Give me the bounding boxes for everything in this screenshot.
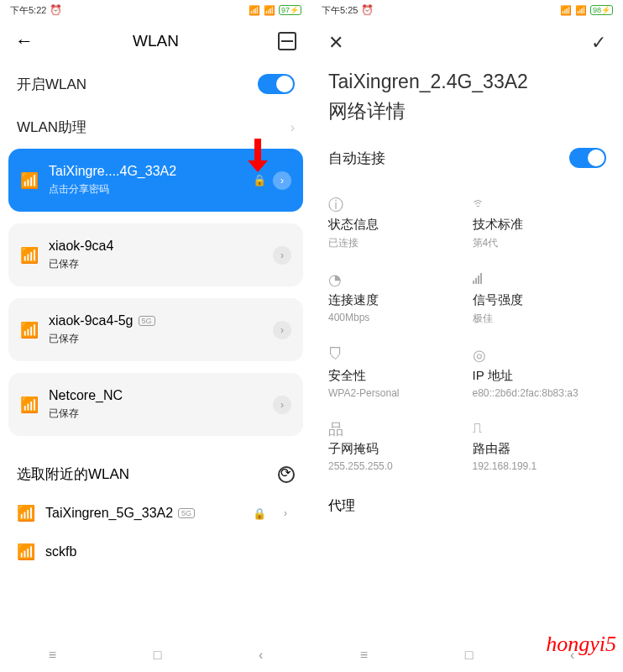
info-security: ⛉ 安全性 WPA2-Personal: [328, 346, 463, 399]
scan-qr-icon[interactable]: [278, 32, 296, 50]
network-details-screen: 下午5:25 ⏰ 📶 📶 98⚡ ✕ ✓ TaiXingren_2.4G_33A…: [312, 0, 623, 672]
wifi-name: xiaok-9ca4: [49, 239, 263, 254]
wifi-name: sckfb: [45, 544, 76, 559]
wifi-network-item[interactable]: 📶 xiaok-9ca4-5g 5G 已保存 ›: [8, 298, 303, 361]
battery-indicator: 97⚡: [279, 5, 301, 15]
wifi-network-item[interactable]: 📶 Netcore_NC 已保存 ›: [8, 373, 303, 436]
nearby-section-header: 选取附近的WLAN: [0, 448, 312, 494]
info-signal: 信号强度 极佳: [473, 270, 607, 326]
wifi-icon: 📶: [575, 5, 587, 16]
detail-header: ✕ ✓: [312, 20, 623, 66]
5g-badge: 5G: [178, 508, 195, 518]
wlan-assistant-label: WLAN助理: [17, 118, 86, 137]
wifi-subtitle: 已保存: [49, 407, 263, 421]
wifi-signal-icon: 📶: [20, 396, 39, 414]
wifi-name: xiaok-9ca4-5g 5G: [49, 313, 263, 328]
shield-icon: ⛉: [328, 346, 463, 365]
auto-connect-toggle[interactable]: [569, 148, 606, 168]
auto-connect-label: 自动连接: [328, 149, 385, 168]
info-icon: ⓘ: [328, 195, 463, 213]
status-time: 下午5:25: [322, 4, 358, 17]
wifi-signal-icon: 📶: [20, 321, 39, 339]
wlan-toggle[interactable]: [258, 74, 295, 94]
detail-arrow-icon[interactable]: ›: [276, 504, 295, 522]
alarm-icon: ⏰: [361, 4, 374, 16]
info-ip: ◎ IP 地址 e80::2b6d:2fac:8b83:a3: [473, 346, 607, 399]
status-bar: 下午5:22 ⏰ 📶 📶 97⚡: [0, 0, 312, 20]
status-time: 下午5:22: [10, 4, 46, 17]
wifi-signal-icon: 📶: [20, 246, 39, 265]
status-bar: 下午5:25 ⏰ 📶 📶 98⚡: [312, 0, 623, 20]
wifi-name: TaiXingre....4G_33A2: [49, 164, 243, 179]
wifi-subtitle: 已保存: [49, 332, 263, 346]
watermark-text: hongyi5: [546, 632, 616, 657]
saved-networks-list: 📶 TaiXingre....4G_33A2 点击分享密码 🔒 › 📶 xiao…: [0, 149, 312, 436]
annotation-arrow-down: [248, 139, 268, 172]
chevron-right-icon: ›: [291, 120, 295, 135]
page-title: WLAN: [34, 32, 278, 50]
detail-arrow-icon[interactable]: ›: [273, 171, 291, 190]
wifi-icon: ᯤ: [473, 195, 607, 213]
detail-subtitle: 网络详情: [312, 95, 623, 136]
subnet-icon: 品: [328, 419, 463, 438]
nav-menu-icon[interactable]: ≡: [360, 648, 368, 663]
wlan-enable-row: 开启WLAN: [0, 62, 312, 106]
signal-bars-icon: [473, 270, 607, 289]
nav-menu-icon[interactable]: ≡: [49, 648, 56, 663]
nav-back-icon[interactable]: ‹: [259, 648, 263, 663]
speed-icon: ◔: [328, 270, 463, 289]
signal-icon: 📶: [249, 5, 260, 16]
lock-icon: 🔒: [253, 174, 266, 186]
auto-connect-row: 自动连接: [312, 136, 623, 180]
detail-arrow-icon[interactable]: ›: [273, 396, 291, 414]
nav-home-icon[interactable]: □: [154, 648, 162, 663]
network-name-title: TaiXingren_2.4G_33A2: [312, 66, 623, 95]
detail-arrow-icon[interactable]: ›: [273, 246, 291, 265]
battery-indicator: 98⚡: [590, 5, 613, 15]
info-tech: ᯤ 技术标准 第4代: [473, 195, 607, 250]
nav-home-icon[interactable]: □: [465, 648, 474, 663]
info-speed: ◔ 连接速度 400Mbps: [328, 270, 463, 326]
wifi-network-item[interactable]: 📶 xiaok-9ca4 已保存 ›: [8, 223, 303, 286]
proxy-row[interactable]: 代理: [312, 487, 623, 525]
wifi-subtitle: 已保存: [49, 257, 263, 271]
signal-icon: 📶: [560, 5, 572, 16]
5g-badge: 5G: [139, 316, 155, 326]
wlan-enable-label: 开启WLAN: [17, 75, 86, 94]
back-arrow-icon[interactable]: ←: [15, 30, 34, 52]
info-status: ⓘ 状态信息 已连接: [328, 195, 463, 250]
router-icon: ⎍: [473, 419, 607, 438]
wifi-icon: 📶: [264, 5, 275, 16]
close-icon[interactable]: ✕: [328, 32, 343, 54]
detail-arrow-icon[interactable]: ›: [273, 321, 291, 339]
info-subnet: 品 子网掩码 255.255.255.0: [328, 419, 463, 472]
confirm-check-icon[interactable]: ✓: [591, 32, 606, 54]
wifi-signal-icon: 📶: [20, 171, 39, 190]
nearby-title: 选取附近的WLAN: [17, 465, 129, 484]
header: ← WLAN: [0, 20, 312, 62]
ip-icon: ◎: [473, 346, 607, 365]
refresh-icon[interactable]: [278, 466, 295, 483]
network-info-grid: ⓘ 状态信息 已连接 ᯤ 技术标准 第4代 ◔ 连接速度 400Mbps 信号强…: [312, 180, 623, 487]
nearby-wifi-item[interactable]: 📶 sckfb: [0, 533, 312, 571]
wlan-settings-screen: 下午5:22 ⏰ 📶 📶 97⚡ ← WLAN 开启WLAN WLAN助理 › …: [0, 0, 312, 672]
alarm-icon: ⏰: [50, 4, 62, 16]
nearby-wifi-item[interactable]: 📶 TaiXingren_5G_33A2 5G 🔒 ›: [0, 494, 312, 533]
wifi-name: Netcore_NC: [49, 388, 263, 403]
wifi-name: TaiXingren_5G_33A2 5G: [45, 506, 243, 521]
wifi-signal-icon: 📶: [17, 543, 35, 561]
info-router: ⎍ 路由器 192.168.199.1: [473, 419, 607, 472]
lock-icon: 🔒: [253, 507, 266, 520]
wifi-signal-icon: 📶: [17, 504, 35, 522]
wifi-subtitle: 点击分享密码: [49, 182, 243, 197]
navigation-bar: ≡ □ ‹: [0, 638, 312, 672]
